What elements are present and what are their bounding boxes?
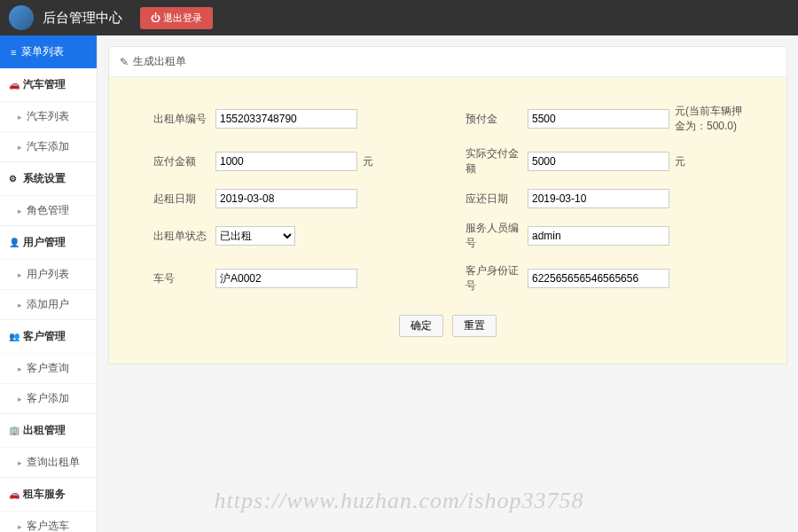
- form-actions: 确定 重置: [136, 315, 760, 337]
- panel-body: 出租单编号 预付金 元(当前车辆押金为：500.0) 应付金额 元: [109, 77, 786, 364]
- menu-group-label: 用户管理: [23, 235, 66, 250]
- submit-button[interactable]: 确定: [399, 315, 443, 337]
- sidebar-item-label: 角色管理: [27, 203, 69, 218]
- chevron-right-icon: ▸: [18, 458, 22, 467]
- menu-group: 👥客户管理▸客户查询▸客户添加: [0, 320, 97, 414]
- label-deposit: 预付金: [466, 112, 528, 127]
- row-actual-paid: 实际交付金额 元: [466, 146, 742, 176]
- label-rent-no: 出租单编号: [153, 112, 215, 127]
- form: 出租单编号 预付金 元(当前车辆押金为：500.0) 应付金额 元: [153, 104, 742, 293]
- row-id-card: 客户身份证号: [466, 263, 742, 293]
- row-car-no: 车号: [153, 263, 430, 293]
- logout-button[interactable]: ⏻退出登录: [140, 7, 213, 29]
- chevron-right-icon: ▸: [18, 270, 22, 279]
- avatar[interactable]: [9, 5, 34, 30]
- deposit-hint: 元(当前车辆押金为：500.0): [675, 104, 742, 134]
- sidebar-item[interactable]: ▸汽车列表: [0, 101, 97, 131]
- label-return-date: 应还日期: [466, 192, 528, 207]
- sidebar-header-label: 菜单列表: [21, 44, 64, 59]
- main: ✎ 生成出租单 出租单编号 预付金 元(当前车辆押金为：500.0) 应付金: [98, 35, 798, 532]
- input-start-date[interactable]: [215, 189, 357, 208]
- row-staff: 服务人员编号: [466, 221, 742, 251]
- payable-unit: 元: [363, 154, 373, 169]
- sidebar-item-label: 客户查询: [27, 361, 69, 376]
- sidebar-item-label: 用户列表: [27, 267, 69, 282]
- label-id-card: 客户身份证号: [466, 263, 528, 293]
- label-staff: 服务人员编号: [466, 221, 528, 251]
- actual-paid-unit: 元: [675, 154, 685, 169]
- label-actual-paid: 实际交付金额: [466, 146, 528, 176]
- input-payable[interactable]: [215, 152, 357, 171]
- sidebar-item[interactable]: ▸客户选车: [0, 511, 97, 532]
- input-staff[interactable]: [528, 226, 669, 246]
- row-start-date: 起租日期: [153, 189, 430, 208]
- sidebar-item-label: 汽车列表: [27, 109, 69, 124]
- input-return-date[interactable]: [528, 189, 669, 208]
- label-car-no: 车号: [153, 271, 215, 286]
- sidebar-item[interactable]: ▸角色管理: [0, 195, 97, 225]
- menu-group-label: 出租管理: [23, 423, 66, 438]
- users-icon: 👥: [9, 332, 18, 341]
- sidebar-item-label: 查询出租单: [27, 455, 80, 470]
- logout-label: 退出登录: [163, 12, 202, 23]
- menu-group: 🚗租车服务▸客户选车: [0, 478, 97, 532]
- sidebar-item[interactable]: ▸添加用户: [0, 289, 97, 319]
- menu-icon: ≡: [11, 47, 16, 58]
- label-payable: 应付金额: [153, 154, 215, 169]
- panel: ✎ 生成出租单 出租单编号 预付金 元(当前车辆押金为：500.0) 应付金: [108, 46, 787, 364]
- menu-group-title[interactable]: 👤用户管理: [0, 226, 97, 259]
- menu-group: 🏢出租管理▸查询出租单: [0, 414, 97, 478]
- cog-icon: ⚙: [9, 174, 18, 184]
- input-rent-no[interactable]: [215, 109, 357, 129]
- row-status: 出租单状态 已出租: [153, 221, 430, 251]
- menu-group: 👤用户管理▸用户列表▸添加用户: [0, 226, 97, 320]
- menu-group-label: 客户管理: [23, 329, 66, 344]
- row-payable: 应付金额 元: [153, 146, 430, 176]
- menu-group-title[interactable]: 🚗租车服务: [0, 478, 97, 511]
- sidebar-item[interactable]: ▸客户查询: [0, 353, 97, 383]
- reset-button[interactable]: 重置: [452, 315, 497, 337]
- menu-group: ⚙系统设置▸角色管理: [0, 162, 97, 226]
- chevron-right-icon: ▸: [18, 364, 22, 373]
- edit-icon: ✎: [120, 56, 129, 68]
- input-car-no[interactable]: [215, 269, 357, 288]
- chevron-right-icon: ▸: [18, 522, 22, 531]
- sidebar-item[interactable]: ▸查询出租单: [0, 447, 97, 477]
- menu-group-label: 汽车管理: [23, 77, 66, 92]
- menu-group: 🚗汽车管理▸汽车列表▸汽车添加: [0, 68, 97, 162]
- menu-group-title[interactable]: ⚙系统设置: [0, 162, 97, 195]
- sidebar-item-label: 汽车添加: [27, 139, 69, 154]
- label-status: 出租单状态: [153, 229, 215, 244]
- menu-group-title[interactable]: 👥客户管理: [0, 320, 97, 353]
- panel-title: 生成出租单: [133, 54, 186, 69]
- building-icon: 🏢: [9, 426, 18, 435]
- sidebar: ≡ 菜单列表 🚗汽车管理▸汽车列表▸汽车添加⚙系统设置▸角色管理👤用户管理▸用户…: [0, 35, 98, 532]
- menu-group-label: 租车服务: [23, 487, 66, 502]
- input-id-card[interactable]: [528, 269, 669, 288]
- menu-group-title[interactable]: 🏢出租管理: [0, 414, 97, 447]
- chevron-right-icon: ▸: [18, 113, 22, 121]
- chevron-right-icon: ▸: [18, 143, 22, 152]
- sidebar-item[interactable]: ▸用户列表: [0, 259, 97, 289]
- power-icon: ⏻: [151, 12, 160, 23]
- input-actual-paid[interactable]: [528, 152, 669, 171]
- input-deposit[interactable]: [528, 109, 669, 129]
- menu-group-title[interactable]: 🚗汽车管理: [0, 68, 97, 101]
- brand-title: 后台管理中心: [43, 10, 122, 27]
- chevron-right-icon: ▸: [18, 301, 22, 309]
- row-deposit: 预付金 元(当前车辆押金为：500.0): [466, 104, 742, 134]
- select-status[interactable]: 已出租: [215, 226, 295, 246]
- sidebar-item-label: 添加用户: [27, 297, 69, 312]
- label-start-date: 起租日期: [153, 192, 215, 207]
- car-icon: 🚗: [9, 489, 18, 499]
- user-icon: 👤: [9, 238, 18, 247]
- sidebar-item[interactable]: ▸客户添加: [0, 383, 97, 413]
- row-rent-no: 出租单编号: [153, 104, 430, 134]
- panel-header: ✎ 生成出租单: [109, 47, 786, 77]
- header: 后台管理中心 ⏻退出登录: [0, 0, 798, 35]
- row-return-date: 应还日期: [466, 189, 742, 208]
- sidebar-item-label: 客户选车: [27, 519, 69, 532]
- car-icon: 🚗: [9, 80, 18, 90]
- sidebar-item[interactable]: ▸汽车添加: [0, 131, 97, 161]
- sidebar-header: ≡ 菜单列表: [0, 35, 97, 68]
